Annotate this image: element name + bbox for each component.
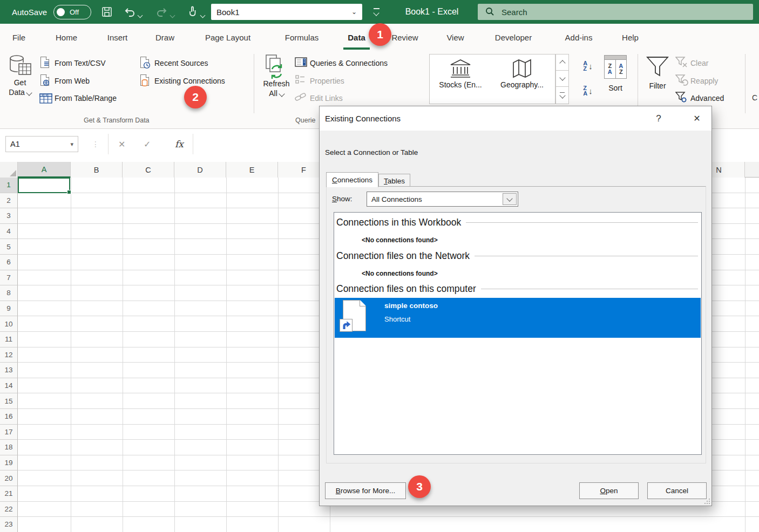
row-header-6[interactable]: 6: [0, 255, 18, 270]
connection-type: Shortcut: [384, 315, 410, 323]
row-header-15[interactable]: 15: [0, 393, 18, 409]
column-header-d[interactable]: D: [174, 162, 226, 178]
close-icon[interactable]: ✕: [685, 106, 709, 131]
stocks-button[interactable]: Stocks (En...: [431, 58, 490, 89]
existing-connections-button[interactable]: Existing Connections: [139, 74, 225, 88]
tab-tables[interactable]: Tables: [378, 174, 410, 187]
tab-data[interactable]: Data: [342, 24, 371, 51]
tab-view[interactable]: View: [441, 24, 470, 51]
from-text-csv-button[interactable]: From Text/CSV: [39, 56, 106, 70]
tab-page-layout[interactable]: Page Layout: [194, 24, 261, 51]
geography-button[interactable]: Geography...: [492, 58, 552, 89]
tab-formulas[interactable]: Formulas: [277, 24, 326, 51]
autosave-toggle[interactable]: Off: [53, 5, 91, 19]
fill-handle[interactable]: [67, 190, 71, 194]
row-header-10[interactable]: 10: [0, 316, 18, 332]
sort-label: Sort: [608, 83, 622, 93]
sort-button[interactable]: ZA AZ Sort: [601, 54, 629, 108]
gallery-more-icon[interactable]: [556, 87, 568, 103]
partial-right-group-label: C: [752, 93, 757, 102]
clear-filter-icon: [675, 57, 688, 70]
from-web-button[interactable]: From Web: [39, 74, 90, 88]
select-all-button[interactable]: [0, 162, 18, 178]
tab-file[interactable]: File: [6, 24, 31, 51]
touch-mouse-mode-icon[interactable]: [186, 5, 199, 18]
connection-list-item-selected[interactable]: simple contoso Shortcut: [335, 298, 701, 338]
group-divider: [638, 54, 638, 113]
from-table-range-button[interactable]: From Table/Range: [39, 91, 117, 105]
name-box[interactable]: A1 ▾: [5, 136, 78, 152]
row-header-3[interactable]: 3: [0, 208, 18, 224]
name-box-dropdown-icon[interactable]: ▾: [70, 141, 73, 148]
tab-review[interactable]: Review: [388, 24, 422, 51]
sort-ascending-button[interactable]: AZ↓: [578, 54, 598, 77]
sort-descending-button[interactable]: ZA↓: [578, 79, 598, 102]
column-header-e[interactable]: E: [226, 162, 278, 178]
show-dropdown[interactable]: All Connections: [367, 192, 518, 207]
show-dropdown-value: All Connections: [371, 195, 503, 203]
undo-dropdown-icon[interactable]: [138, 10, 142, 19]
touch-mode-dropdown-icon[interactable]: [201, 10, 205, 19]
workbook-name-combobox[interactable]: Book1 ⌄: [211, 4, 362, 20]
refresh-all-button[interactable]: Refresh All: [260, 54, 293, 108]
column-header-c[interactable]: C: [123, 162, 174, 178]
tab-insert[interactable]: Insert: [103, 24, 132, 51]
browse-for-more-button[interactable]: Browse for More...: [325, 482, 406, 499]
resize-grip[interactable]: [704, 499, 710, 504]
autosave-label: AutoSave: [12, 0, 47, 24]
row-header-7[interactable]: 7: [0, 270, 18, 286]
row-header-18[interactable]: 18: [0, 440, 18, 455]
column-header-a[interactable]: A: [18, 162, 71, 178]
row-header-8[interactable]: 8: [0, 285, 18, 301]
row-header-13[interactable]: 13: [0, 363, 18, 378]
enter-formula-icon: ✓: [144, 136, 151, 152]
row-header-4[interactable]: 4: [0, 224, 18, 240]
tab-connections[interactable]: Connections: [326, 172, 378, 187]
row-header-16[interactable]: 16: [0, 409, 18, 425]
row-header-5[interactable]: 5: [0, 239, 18, 255]
selected-cell-a1[interactable]: [18, 178, 70, 193]
get-data-button[interactable]: Get Data: [3, 54, 37, 108]
filter-button[interactable]: Filter: [642, 54, 673, 108]
tab-add-ins[interactable]: Add-ins: [556, 24, 601, 51]
name-box-value: A1: [10, 140, 70, 148]
advanced-filter-button[interactable]: Advanced: [675, 91, 724, 105]
insert-function-icon[interactable]: fx: [175, 136, 184, 152]
tab-developer[interactable]: Developer: [487, 24, 540, 51]
cancel-button[interactable]: Cancel: [647, 482, 707, 499]
row-header-9[interactable]: 9: [0, 301, 18, 317]
tab-home[interactable]: Home: [52, 24, 81, 51]
connection-name: simple contoso: [384, 302, 438, 310]
row-header-1[interactable]: 1: [0, 178, 18, 193]
tab-draw[interactable]: Draw: [150, 24, 180, 51]
row-header-22[interactable]: 22: [0, 502, 18, 517]
queries-connections-button[interactable]: Queries & Connections: [295, 56, 388, 70]
gridline: [18, 516, 759, 517]
gridline: [174, 178, 175, 532]
row-header-23[interactable]: 23: [0, 517, 18, 532]
gallery-up-icon[interactable]: [556, 54, 568, 71]
row-header-14[interactable]: 14: [0, 378, 18, 394]
row-header-19[interactable]: 19: [0, 455, 18, 471]
row-header-17[interactable]: 17: [0, 425, 18, 440]
reapply-filter-label: Reapply: [690, 77, 718, 85]
chevron-down-icon[interactable]: [503, 193, 517, 205]
open-button[interactable]: Open: [579, 482, 639, 499]
column-header-b[interactable]: B: [71, 162, 123, 178]
tab-help[interactable]: Help: [615, 24, 645, 51]
row-header-2[interactable]: 2: [0, 193, 18, 209]
help-icon[interactable]: ?: [648, 106, 669, 131]
save-icon[interactable]: [101, 6, 113, 18]
row-header-12[interactable]: 12: [0, 347, 18, 363]
formula-bar-grip-icon[interactable]: ⋮: [92, 136, 99, 152]
group-divider: [254, 54, 254, 113]
row-header-11[interactable]: 11: [0, 332, 18, 347]
stocks-label: Stocks (En...: [439, 80, 482, 89]
search-box[interactable]: Search: [478, 4, 753, 20]
row-header-21[interactable]: 21: [0, 486, 18, 502]
recent-sources-button[interactable]: Recent Sources: [139, 56, 208, 70]
row-header-20[interactable]: 20: [0, 470, 18, 486]
gallery-down-icon[interactable]: [556, 71, 568, 87]
queries-connections-icon: [295, 57, 308, 70]
undo-icon[interactable]: [123, 5, 136, 18]
